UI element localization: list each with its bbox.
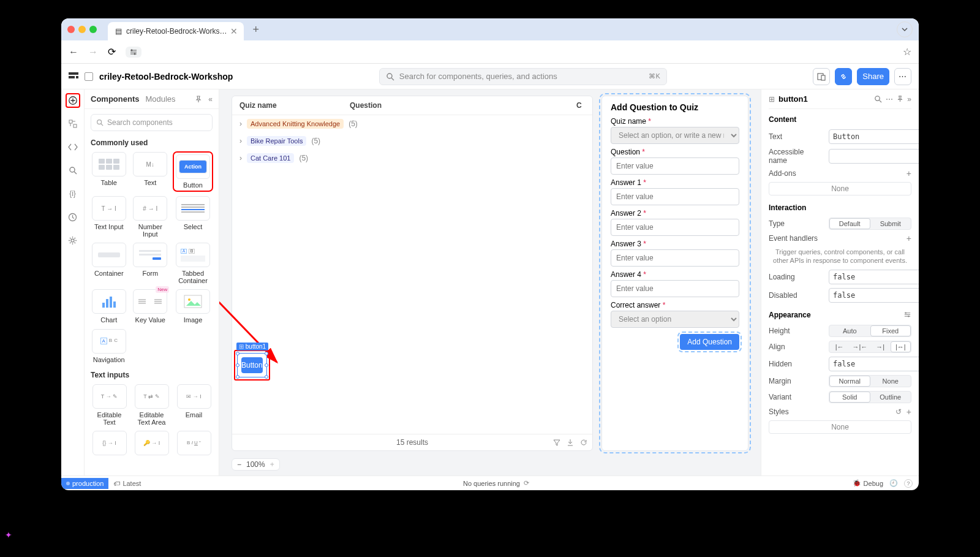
reload-icon[interactable]: ⟳ <box>108 46 116 58</box>
addons-none[interactable]: None <box>769 182 911 195</box>
selected-component-wrap[interactable]: ⊞ button1 Button <box>234 350 320 381</box>
inspector-collapse-icon[interactable]: » <box>907 95 911 104</box>
col-c[interactable]: C <box>576 101 585 110</box>
zoom-in-icon[interactable]: + <box>270 460 274 469</box>
comp-editable-text-area[interactable]: T ⇄ ✎Editable Text Area <box>133 384 170 426</box>
tab-modules[interactable]: Modules <box>145 94 175 104</box>
comp-number-input[interactable]: # → INumber Input <box>132 196 169 238</box>
quiz-name-select[interactable]: Select an option, or write a new name… <box>611 127 739 144</box>
align-segmented[interactable]: |← →|← →| |↔| <box>829 341 911 353</box>
inspector-more-icon[interactable]: ⋯ <box>886 95 893 104</box>
table-row[interactable]: ›Cat Care 101(5) <box>232 150 592 167</box>
responsive-preview-button[interactable] <box>813 68 830 85</box>
component-search[interactable]: Search components <box>91 114 213 131</box>
inspector-component-name[interactable]: button1 <box>778 94 808 104</box>
variant-segmented[interactable]: SolidOutline <box>829 391 911 403</box>
filter-icon[interactable] <box>553 439 560 446</box>
answer1-input[interactable] <box>611 188 739 205</box>
settings-rail-icon[interactable] <box>66 233 80 248</box>
zoom-out-icon[interactable]: − <box>237 460 241 469</box>
env-badge[interactable]: production <box>61 478 108 489</box>
table-row[interactable]: ›Advanced Knitting Knowledge(5) <box>232 115 592 132</box>
comp-button[interactable]: ActionButton <box>173 152 213 191</box>
comp-container[interactable]: Container <box>91 243 127 284</box>
comp-form[interactable]: Form <box>132 243 169 284</box>
col-question[interactable]: Question <box>350 101 576 110</box>
share-button[interactable]: Share <box>857 68 889 85</box>
align-right-icon[interactable]: →| <box>870 341 891 352</box>
code-rail-icon[interactable] <box>66 140 80 154</box>
site-settings-icon[interactable] <box>126 47 141 58</box>
question-input[interactable] <box>611 157 739 175</box>
comp-email[interactable]: ✉ → IEmail <box>175 384 213 426</box>
comp-rich-text[interactable]: B I U " <box>175 431 213 455</box>
prop-hidden[interactable] <box>829 357 919 371</box>
new-tab-button[interactable]: + <box>252 23 259 36</box>
button1-component[interactable]: Button <box>241 357 263 373</box>
add-question-form[interactable]: Add Question to Quiz Quiz name *Select a… <box>601 96 748 451</box>
table-row[interactable]: ›Bike Repair Tools(5) <box>232 132 592 150</box>
comp-editable-text[interactable]: T → ✎Editable Text <box>91 384 128 426</box>
prop-accessible-input[interactable] <box>829 149 919 164</box>
comp-select[interactable]: Select <box>173 196 213 238</box>
comp-json-input[interactable]: {} → I <box>91 431 128 455</box>
height-segmented[interactable]: AutoFixed <box>829 325 911 337</box>
type-segmented[interactable]: DefaultSubmit <box>829 218 911 230</box>
pin-icon[interactable] <box>195 96 202 103</box>
comp-text-input[interactable]: T → IText Input <box>91 196 127 238</box>
prop-text-input[interactable] <box>829 129 919 144</box>
forward-icon[interactable]: → <box>88 47 98 58</box>
comp-tabbed-container[interactable]: ABTabbed Container <box>173 243 213 284</box>
minimize-window-icon[interactable] <box>78 26 86 33</box>
help-icon[interactable]: ? <box>904 479 913 488</box>
refresh-icon[interactable] <box>580 439 587 446</box>
comp-image[interactable]: Image <box>173 289 213 324</box>
col-quiz[interactable]: Quiz name <box>239 101 350 110</box>
window-controls[interactable] <box>67 26 97 33</box>
styles-none[interactable]: None <box>769 420 911 434</box>
add-component-rail-button[interactable] <box>66 93 80 108</box>
prop-disabled[interactable] <box>829 288 919 303</box>
inspector-pin-icon[interactable] <box>897 96 903 102</box>
align-left-icon[interactable]: |← <box>829 341 850 352</box>
back-icon[interactable]: ← <box>69 47 78 58</box>
add-question-button[interactable]: Add Question <box>680 334 739 350</box>
comp-chart[interactable]: Chart <box>91 289 127 324</box>
comp-keyvalue[interactable]: NewKey Value <box>132 289 169 324</box>
canvas[interactable]: Quiz name Question C ›Advanced Knitting … <box>219 89 761 476</box>
browser-tab[interactable]: ▤ criley-Retool-Bedrock-Works… ✕ <box>108 22 244 40</box>
zoom-control[interactable]: − 100% + <box>232 458 280 471</box>
comp-table[interactable]: Table <box>91 152 127 191</box>
command-search[interactable]: Search for components, queries, and acti… <box>379 68 667 85</box>
styles-plus-icon[interactable]: + <box>907 407 911 417</box>
answer3-input[interactable] <box>611 249 739 267</box>
debug-button[interactable]: 🐞Debug <box>853 479 883 487</box>
expand-icon[interactable]: › <box>239 119 242 128</box>
comp-password-input[interactable]: 🔑 → I <box>133 431 170 455</box>
expand-icon[interactable]: › <box>239 137 242 145</box>
history-rail-icon[interactable] <box>66 210 80 224</box>
addons-plus-icon[interactable]: + <box>907 169 911 178</box>
state-rail-icon[interactable]: {i} <box>66 186 80 201</box>
maximize-window-icon[interactable] <box>89 26 97 33</box>
close-window-icon[interactable] <box>67 26 75 33</box>
tab-overflow-button[interactable] <box>897 21 913 37</box>
styles-reset-icon[interactable]: ↺ <box>895 407 902 416</box>
download-icon[interactable] <box>567 439 574 446</box>
align-center-icon[interactable]: →|← <box>850 341 870 352</box>
comp-navigation[interactable]: ABCNavigation <box>91 329 127 363</box>
correct-select[interactable]: Select an option <box>611 311 739 328</box>
selection-outline[interactable]: Button <box>237 353 267 377</box>
search-rail-icon[interactable] <box>66 163 80 178</box>
inspector-search-icon[interactable] <box>874 95 882 103</box>
collapse-icon[interactable]: « <box>208 95 213 104</box>
expand-icon[interactable]: › <box>239 154 242 162</box>
appearance-settings-icon[interactable] <box>903 311 911 319</box>
bookmark-star-icon[interactable]: ☆ <box>903 46 911 58</box>
query-refresh-icon[interactable]: ⟳ <box>524 479 529 487</box>
page-icon[interactable] <box>85 72 93 81</box>
comp-text[interactable]: M↓Text <box>132 152 169 191</box>
more-menu-button[interactable]: ⋯ <box>894 68 911 85</box>
answer2-input[interactable] <box>611 219 739 236</box>
prop-loading[interactable] <box>829 270 919 284</box>
